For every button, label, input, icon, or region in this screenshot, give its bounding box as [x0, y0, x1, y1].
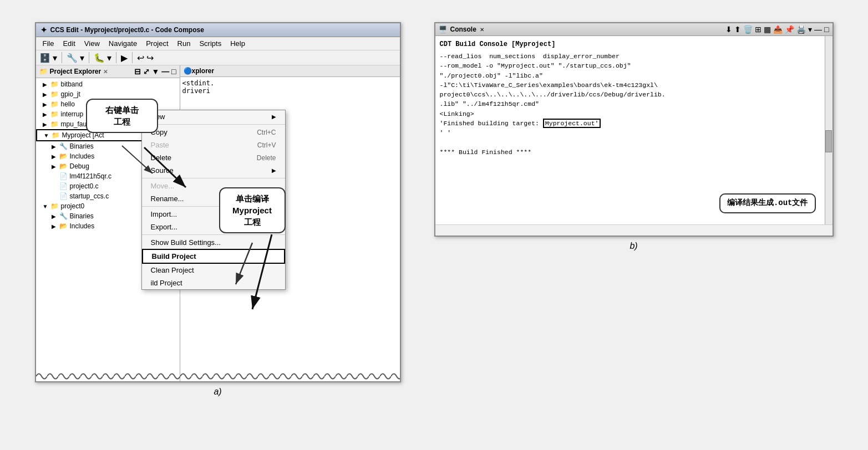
- ctx-separator-1: [142, 124, 285, 125]
- toolbar-build-icon[interactable]: 🔧: [67, 53, 78, 63]
- explorer-close-icon[interactable]: ✕: [103, 69, 108, 75]
- menu-file[interactable]: File: [38, 38, 59, 49]
- ctx-delete-shortcut: Delete: [257, 154, 276, 162]
- ctx-source-label: Source: [151, 166, 174, 175]
- expand-arrow: ▶: [43, 111, 48, 117]
- ctx-clean-label: Clean Project: [151, 266, 194, 274]
- menu-bar: File Edit View Navigate Project Run Scri…: [36, 37, 400, 50]
- ctx-paste-shortcut: Ctrl+V: [257, 141, 276, 149]
- ctx-show-build[interactable]: Show Build Settings...: [142, 236, 285, 249]
- tree-icon-binaries1: 🔧: [59, 142, 68, 150]
- console-callout-text: 编译结果生成.out文件: [727, 198, 808, 207]
- tree-icon-binaries2: 🔧: [59, 212, 68, 220]
- toolbar-debug-icon[interactable]: 🐛: [94, 53, 105, 63]
- console-toolbar-export[interactable]: 📤: [773, 25, 783, 34]
- tree-item-bitband[interactable]: ▶ 📁 bitband: [36, 79, 180, 89]
- expand-arrow: ▶: [52, 163, 57, 170]
- ctx-source[interactable]: Source ▶: [142, 164, 285, 177]
- explorer-folder-icon: 📁: [39, 68, 48, 75]
- toolbar-undo-icon[interactable]: ↩: [137, 53, 144, 63]
- xplorer-title: xplorer: [192, 67, 215, 75]
- expand-arrow: ▶: [43, 121, 48, 127]
- tree-icon-startup: 📄: [59, 192, 68, 200]
- menu-run[interactable]: Run: [173, 38, 195, 49]
- app-icon: ✦: [40, 25, 47, 34]
- ctx-delete-label: Delete: [151, 154, 172, 162]
- console-toolbar-max[interactable]: □: [824, 25, 829, 34]
- toolbar-dropdown3[interactable]: ▾: [107, 53, 111, 63]
- menu-edit[interactable]: Edit: [58, 38, 79, 49]
- tree-label-binaries1: Binaries: [70, 142, 94, 150]
- expand-arrow: ▶: [43, 91, 48, 98]
- menu-view[interactable]: View: [80, 38, 104, 49]
- console-body: CDT Build Console [Myproject] --read_lio…: [435, 36, 833, 224]
- expand-arrow: ▶: [43, 101, 48, 108]
- ctx-clean-project[interactable]: Clean Project: [142, 264, 285, 277]
- tree-icon-project0: 📁: [50, 202, 59, 210]
- console-toolbar: ⬇ ⬆ 🗑️ ⊞ ▦ 📤 📌 🖨️ ▾ — □: [725, 25, 829, 34]
- console-toolbar-layout[interactable]: ⊞: [755, 25, 762, 34]
- ctx-build-project[interactable]: Build Project: [142, 249, 285, 264]
- expand-arrow-project0: ▼: [43, 203, 48, 209]
- menu-project[interactable]: Project: [141, 38, 172, 49]
- toolbar-dropdown1[interactable]: ▾: [53, 53, 57, 63]
- menu-navigate[interactable]: Navigate: [104, 38, 141, 49]
- callout-build: 单击编译 Myproject 工程: [219, 187, 286, 233]
- ctx-ild-label: ild Project: [151, 279, 182, 287]
- ctx-import-label: Import...: [151, 210, 177, 218]
- console-title-label: Console: [450, 25, 476, 33]
- console-toolbar-cols[interactable]: ▦: [764, 25, 771, 34]
- toolbar-separator-1: [62, 52, 62, 63]
- panel-a: ✦ CCS Edit - Myproject/project0.c - Code…: [35, 22, 401, 397]
- explorer-header: 📁 Project Explorer ✕ ⊟ ⤢ ▼ — □: [36, 65, 180, 78]
- expand-arrow: ▶: [43, 81, 48, 88]
- toolbar-run-icon[interactable]: ▶: [121, 53, 128, 63]
- toolbar-save-icon[interactable]: 🗄️: [39, 53, 50, 63]
- panel-b: 🖥️ Console ✕ ⬇ ⬆ 🗑️ ⊞ ▦ 📤 📌 🖨️ ▾ — □: [434, 22, 834, 251]
- console-toolbar-up[interactable]: ⬆: [734, 25, 741, 34]
- console-scrollbar[interactable]: [825, 36, 833, 224]
- tree-icon-gpio: 📁: [50, 90, 59, 98]
- console-close-icon[interactable]: ✕: [480, 27, 484, 33]
- console-toolbar-clear[interactable]: 🗑️: [743, 25, 753, 34]
- tree-label-interrupt: interrup: [61, 110, 84, 118]
- console-bottom-bar: [435, 224, 833, 236]
- toolbar-separator-2: [89, 52, 89, 63]
- title-bar: ✦ CCS Edit - Myproject/project0.c - Code…: [36, 23, 400, 37]
- panel-b-label: b): [630, 241, 637, 251]
- menu-scripts[interactable]: Scripts: [195, 38, 226, 49]
- toolbar-separator-4: [132, 52, 133, 63]
- expand-arrow-myproject: ▼: [44, 132, 49, 139]
- console-toolbar-menu[interactable]: 🖨️: [796, 25, 806, 34]
- ctx-move-label: Move...: [151, 182, 175, 190]
- tree-icon-includes2: 📂: [59, 222, 68, 230]
- xplorer-icon: 🔵: [184, 67, 192, 75]
- tree-label-bitband: bitband: [61, 80, 83, 88]
- ctx-new[interactable]: New ▶: [142, 110, 285, 123]
- tree-item-gpio[interactable]: ▶ 📁 gpio_jt: [36, 89, 180, 99]
- ctx-copy[interactable]: Copy Ctrl+C: [142, 126, 285, 139]
- console-toolbar-dropdown[interactable]: ▾: [808, 25, 812, 34]
- tree-icon-includes1: 📂: [59, 152, 68, 160]
- ctx-ild-project[interactable]: ild Project: [142, 277, 285, 289]
- console-toolbar-pin[interactable]: 📌: [785, 25, 794, 34]
- console-subtitle: CDT Build Console [Myproject]: [440, 39, 828, 49]
- ctx-delete[interactable]: Delete Delete: [142, 151, 285, 164]
- explorer-toolbar-icon[interactable]: ⊟ ⤢ ▼ — □: [134, 67, 176, 76]
- console-toolbar-min[interactable]: —: [814, 25, 822, 34]
- ctx-show-build-label: Show Build Settings...: [151, 238, 221, 247]
- toolbar-redo-icon[interactable]: ↪: [146, 53, 154, 63]
- tree-icon-mpu: 📁: [50, 120, 59, 128]
- scrollbar-thumb[interactable]: [825, 130, 832, 152]
- menu-help[interactable]: Help: [226, 38, 250, 49]
- callout-right-click: 右键单击 工程: [86, 99, 158, 133]
- tree-icon-interrupt: 📁: [50, 110, 59, 118]
- console-text: --read_lios num_sections display_error_n…: [440, 52, 828, 157]
- toolbar-dropdown2[interactable]: ▾: [80, 53, 84, 63]
- ctx-new-arrow: ▶: [272, 114, 276, 120]
- toolbar: 🗄️ ▾ 🔧 ▾ 🐛 ▾ ▶ ↩ ↪: [36, 50, 400, 65]
- tree-icon-lm4f: 📄: [59, 172, 68, 180]
- console-toolbar-down[interactable]: ⬇: [725, 25, 732, 34]
- ccs-window: ✦ CCS Edit - Myproject/project0.c - Code…: [35, 22, 401, 382]
- window-title: CCS Edit - Myproject/project0.c - Code C…: [50, 26, 204, 34]
